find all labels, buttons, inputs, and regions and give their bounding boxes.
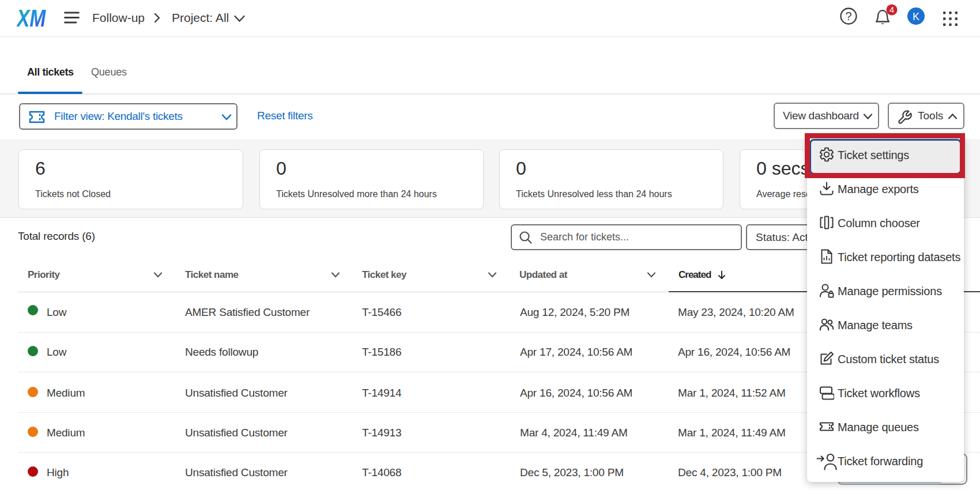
svg-text:4: 4 [889,5,894,14]
svg-text:XM: XM [17,9,46,28]
svg-text:K: K [913,11,919,22]
svg-text:?: ? [845,10,851,22]
